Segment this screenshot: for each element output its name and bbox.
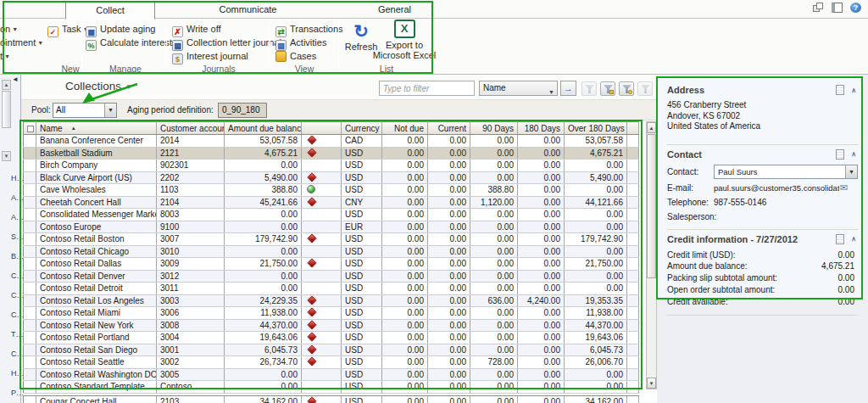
update-aging-button[interactable]: ▦Update aging: [86, 23, 155, 36]
apply-filter-button[interactable]: →: [560, 81, 576, 96]
strip-scroll-down[interactable]: ▼: [2, 151, 11, 161]
cascade-windows-icon[interactable]: [813, 3, 824, 13]
address-section-header[interactable]: Address ∧: [667, 85, 858, 95]
interest-journal-button[interactable]: $Interest journal: [172, 50, 248, 63]
title-dropdown-icon: ▼: [125, 83, 132, 91]
select-all-header[interactable]: [24, 122, 36, 135]
table-row[interactable]: Contoso Retail Detroit 3011 0.00 USD 0.0…: [24, 283, 639, 295]
filter-input[interactable]: [379, 81, 475, 96]
grid-vertical-scrollbar[interactable]: ▲ ▼: [646, 121, 657, 389]
notes-icon[interactable]: [836, 234, 844, 244]
write-off-button[interactable]: ✗Write off: [172, 23, 221, 36]
col-header-customer-account[interactable]: Customer account: [157, 122, 225, 135]
table-row[interactable]: Contoso Retail Seattle 3002 26,734.70 US…: [24, 356, 639, 369]
table-row[interactable]: Cougar Concert Hall 2103 34,162.00 USD 0…: [24, 396, 639, 403]
col-header-180-days[interactable]: 180 Days: [518, 122, 565, 135]
col-header-over-180-days[interactable]: Over 180 Days: [565, 122, 627, 135]
table-row[interactable]: Contoso Retail Boston 3007 179,742.90 US…: [24, 233, 639, 246]
new-cropped-item-1[interactable]: on▼: [0, 23, 18, 36]
nav-item-fragment[interactable]: H…: [11, 174, 25, 182]
table-row[interactable]: Basketball Stadium 2121 4,675.21 USD 0.0…: [24, 147, 639, 160]
nav-item-fragment[interactable]: C…: [11, 311, 25, 319]
chevron-down-icon[interactable]: ▼: [845, 165, 857, 178]
remove-filter-button[interactable]: [581, 81, 597, 96]
advanced-filter-button[interactable]: [637, 81, 653, 96]
table-row[interactable]: Contoso Retail Portland 3004 19,643.06 U…: [24, 332, 639, 344]
status-red-diamond-icon: [307, 332, 317, 342]
table-row[interactable]: Contoso Retail Los Angeles 3003 24,229.3…: [24, 294, 639, 307]
nav-item-fragment[interactable]: C…: [11, 291, 25, 299]
col-header-status[interactable]: [302, 122, 342, 135]
col-header-name[interactable]: Name▲: [36, 122, 157, 135]
col-header-amount-due[interactable]: Amount due balance: [225, 122, 302, 135]
layout-pane-icon[interactable]: [832, 3, 843, 13]
collapse-section-icon[interactable]: ∧: [851, 150, 856, 158]
collapse-section-icon[interactable]: ∧: [851, 235, 856, 243]
table-row[interactable]: Contoso Retail Chicago 3010 0.00 USD 0.0…: [24, 245, 639, 258]
export-excel-button[interactable]: X Export to Microsoft Excel: [370, 20, 439, 60]
group-label-manage: Manage: [99, 64, 152, 74]
contact-section-header[interactable]: Contact ∧: [667, 149, 858, 160]
aging-period-field[interactable]: 0_90_180: [218, 103, 267, 118]
cases-button[interactable]: Cases: [275, 50, 316, 63]
chevron-down-icon[interactable]: ▼: [104, 104, 116, 117]
col-header-90-days[interactable]: 90 Days: [470, 122, 518, 135]
nav-item-fragment[interactable]: A…: [11, 193, 24, 202]
new-cropped-item-3[interactable]: t▼: [0, 50, 10, 63]
table-row[interactable]: Contoso Retail New York 3008 44,370.00 U…: [24, 319, 639, 332]
email-icon[interactable]: ✉: [840, 182, 848, 193]
collapse-section-icon[interactable]: ∧: [851, 87, 856, 94]
tab-collect[interactable]: Collect: [65, 1, 155, 20]
table-row[interactable]: Contoso Retail Denver 3012 0.00 USD 0.00…: [24, 270, 639, 283]
nav-item-fragment[interactable]: B…: [11, 252, 24, 260]
nav-item-fragment[interactable]: S…: [11, 232, 24, 241]
table-row[interactable]: Contoso Retail Dallas 3009 21,750.00 USD…: [24, 258, 639, 271]
table-row[interactable]: Contoso Retail Miami 3006 11,938.00 USD …: [24, 307, 639, 320]
nav-item-fragment[interactable]: H…: [11, 369, 25, 378]
filter-field-combo[interactable]: Name▼: [479, 81, 558, 96]
tab-general[interactable]: General: [342, 1, 448, 19]
select-all-checkbox[interactable]: [27, 126, 34, 132]
col-header-currency[interactable]: Currency: [342, 122, 382, 135]
credit-section-header[interactable]: Credit information - 7/27/2012 ∧: [667, 234, 858, 244]
notes-icon[interactable]: [836, 85, 844, 95]
activities-button[interactable]: ▤Activities: [275, 36, 326, 49]
table-row[interactable]: Consolidated Messenger Marketing 8003 0.…: [24, 209, 639, 221]
table-row[interactable]: Cave Wholesales 1103 388.80 USD 0.00 0.0…: [24, 184, 639, 197]
nav-item-fragment[interactable]: C…: [11, 350, 25, 358]
collapse-pane-icon[interactable]: ◄: [12, 76, 19, 83]
col-header-current[interactable]: Current: [428, 122, 470, 135]
collection-letter-journal-button[interactable]: ▤Collection letter journal: [172, 36, 281, 49]
nav-item-fragment[interactable]: C…: [11, 271, 25, 280]
table-row[interactable]: Cheetah Concert Hall 2104 45,241.66 CNY …: [24, 196, 639, 209]
nav-item-fragment[interactable]: P…: [11, 389, 24, 397]
table-row[interactable]: Contoso Europe 9100 0.00 EUR 0.00 0.00 0…: [24, 221, 639, 233]
strip-scroll-thumb[interactable]: [2, 91, 11, 128]
page-title[interactable]: Collections▼: [65, 80, 132, 92]
tab-communicate[interactable]: Communicate: [195, 1, 301, 19]
table-row[interactable]: Birch Company 902301 0.00 USD 0.00 0.00 …: [24, 160, 639, 172]
table-row[interactable]: Banana Conference Center 2014 53,057.58 …: [24, 135, 639, 148]
table-row[interactable]: Contoso Retail Washington DC 3005 0.00 U…: [24, 368, 639, 381]
calculate-interest-button[interactable]: %Calculate interest: [86, 36, 172, 49]
table-row[interactable]: Contoso Standard Template Contoso 0.00 U…: [24, 381, 639, 394]
help-icon[interactable]: ?: [850, 3, 861, 13]
nav-item-fragment[interactable]: A…: [11, 213, 24, 221]
new-cropped-item-2[interactable]: ointment▼: [0, 36, 43, 49]
scroll-down-button[interactable]: ▼: [647, 378, 656, 389]
nav-item-fragment[interactable]: T…: [11, 330, 24, 339]
strip-scroll-up[interactable]: ▲: [2, 80, 11, 90]
table-row[interactable]: Black Curve Airport (US) 2202 5,490.00 U…: [24, 171, 639, 184]
notes-icon[interactable]: [836, 149, 844, 160]
pool-combo[interactable]: All▼: [53, 103, 117, 118]
save-filter-button[interactable]: [600, 81, 615, 96]
transactions-button[interactable]: ⇄Transactions: [275, 23, 343, 36]
scroll-up-button[interactable]: ▲: [647, 122, 656, 133]
edit-filter-button[interactable]: [619, 81, 634, 96]
task-button[interactable]: ✓Task▼: [47, 23, 89, 36]
scrollbar-thumb[interactable]: [647, 134, 656, 278]
contact-combo[interactable]: Paul Suurs▼: [714, 165, 858, 179]
table-row[interactable]: Contoso Retail San Diego 3001 6,045.73 U…: [24, 344, 639, 356]
col-header-not-due[interactable]: Not due: [382, 122, 428, 135]
email-value[interactable]: paul.suurs@customer35.consolidatedmessen: [714, 182, 839, 193]
